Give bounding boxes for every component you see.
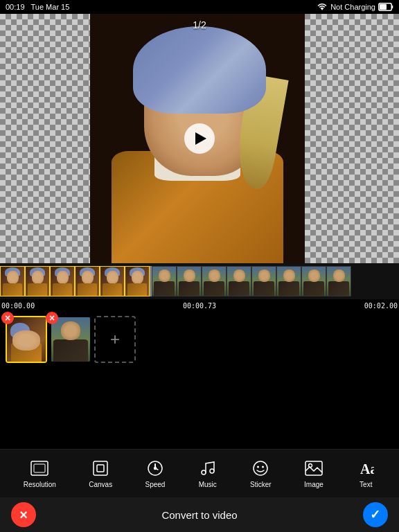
- timeline-frame: [50, 266, 75, 296]
- image-icon: [304, 459, 323, 478]
- timeline-frame: [100, 266, 125, 296]
- canvas-icon: [91, 459, 110, 478]
- timeline-frame: [251, 266, 276, 296]
- timeline-frame: [301, 266, 326, 296]
- svg-point-12: [262, 466, 264, 468]
- sticker-icon: [251, 459, 270, 478]
- time-start: 00:00.00: [1, 302, 35, 310]
- toolbar-item-resolution[interactable]: Resolution: [18, 456, 62, 491]
- thumbnail-pearl[interactable]: [6, 316, 47, 363]
- frames-container: [0, 263, 351, 299]
- music-icon: [198, 459, 218, 478]
- svg-point-8: [202, 470, 206, 475]
- svg-point-11: [257, 466, 259, 468]
- toolbar-item-music[interactable]: Music: [193, 456, 223, 491]
- timeline-frame: [276, 266, 301, 296]
- svg-rect-3: [34, 464, 45, 472]
- remove-pearl-button[interactable]: [1, 312, 14, 324]
- pearl-thumb-img[interactable]: [6, 316, 47, 363]
- status-bar: 00:19 Tue Mar 15 Not Charging: [0, 0, 399, 14]
- svg-point-7: [154, 468, 156, 470]
- svg-text:Aa: Aa: [360, 461, 374, 477]
- status-time: 00:19 Tue Mar 15: [6, 3, 69, 11]
- toolbar-item-image[interactable]: Image: [299, 456, 329, 491]
- music-label: Music: [199, 481, 217, 488]
- slide-counter: 1/2: [193, 19, 206, 30]
- sticker-label: Sticker: [250, 481, 272, 488]
- preview-area: 1/2: [0, 14, 399, 263]
- timeline-frame: [125, 266, 150, 296]
- toolbar-item-canvas[interactable]: Canvas: [83, 456, 118, 491]
- timeline-frame: [202, 266, 227, 296]
- convert-label: Convert to video: [161, 509, 237, 521]
- svg-rect-1: [380, 4, 387, 10]
- mona-thumb-img[interactable]: [50, 316, 91, 363]
- toolbar-item-sticker[interactable]: Sticker: [245, 456, 277, 491]
- timeline-frame: [152, 266, 177, 296]
- text-icon: Aa: [356, 459, 375, 478]
- toolbar-item-text[interactable]: Aa Text: [351, 456, 381, 491]
- thumbnail-row: [0, 312, 399, 367]
- timeline-frame: [0, 266, 25, 296]
- timeline-frame: [75, 266, 100, 296]
- speed-icon: [145, 459, 165, 478]
- remove-mona-button[interactable]: [46, 312, 58, 324]
- resolution-icon: [30, 459, 49, 478]
- status-right: Not Charging: [317, 3, 393, 11]
- speed-label: Speed: [145, 481, 165, 488]
- svg-point-10: [254, 461, 267, 475]
- timeline-frame: [227, 266, 251, 296]
- svg-rect-5: [97, 465, 104, 472]
- resolution-label: Resolution: [24, 481, 56, 488]
- charging-status: Not Charging: [330, 3, 375, 11]
- thumbnail-mona[interactable]: [50, 316, 91, 363]
- cancel-button[interactable]: [11, 502, 36, 527]
- timeline-frame: [326, 266, 351, 296]
- bottom-action-bar: Convert to video: [0, 497, 399, 532]
- play-button[interactable]: [184, 123, 215, 154]
- add-image-button[interactable]: [94, 316, 136, 363]
- wifi-icon: [317, 3, 328, 11]
- image-label: Image: [304, 481, 323, 488]
- svg-rect-4: [94, 461, 107, 475]
- time-labels: 00:00.00 00:00.73 00:02.00: [0, 299, 399, 312]
- time-end: 00:02.00: [364, 302, 398, 310]
- confirm-button[interactable]: [363, 502, 388, 527]
- canvas-label: Canvas: [89, 481, 112, 488]
- timeline-frame: [25, 266, 50, 296]
- text-label: Text: [360, 481, 372, 488]
- battery-icon: [378, 3, 393, 11]
- timeline-frame: [177, 266, 202, 296]
- bottom-toolbar: Resolution Canvas Speed: [0, 449, 399, 497]
- turban-layer: [133, 26, 266, 114]
- toolbar-item-speed[interactable]: Speed: [139, 456, 170, 491]
- timeline-strip[interactable]: [0, 263, 399, 299]
- time-mid: 00:00.73: [183, 302, 216, 310]
- svg-point-9: [210, 469, 214, 473]
